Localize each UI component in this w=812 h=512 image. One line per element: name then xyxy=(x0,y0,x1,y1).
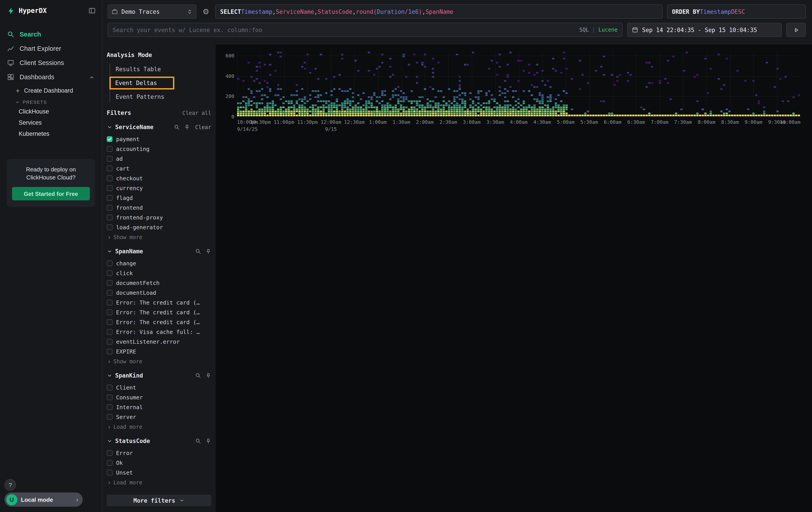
checkbox[interactable] xyxy=(107,404,113,410)
checkbox[interactable] xyxy=(107,299,113,305)
sidebar-item-clickhouse[interactable]: ClickHouse xyxy=(13,106,102,117)
sidebar-item-chart-explorer[interactable]: Chart Explorer xyxy=(0,42,102,56)
filter-group-header[interactable]: StatusCode xyxy=(107,438,211,444)
checkbox[interactable] xyxy=(107,348,113,354)
checkbox[interactable] xyxy=(107,156,113,161)
load-more-button[interactable]: Load more xyxy=(107,424,211,430)
facet-option-documentload[interactable]: documentLoad xyxy=(107,288,211,297)
facet-option-error-the-credit-card[interactable]: Error: The credit card (… xyxy=(107,297,211,307)
date-range-picker[interactable]: Sep 14 22:04:35 - Sep 15 10:04:35 xyxy=(627,23,782,37)
show-more-button[interactable]: Show more xyxy=(107,234,211,240)
help-button[interactable]: ? xyxy=(4,479,16,491)
checkbox[interactable] xyxy=(107,175,113,181)
facet-option-error[interactable]: Error xyxy=(107,448,211,458)
facet-option-client[interactable]: Client xyxy=(107,382,211,392)
language-lucene-option[interactable]: Lucene xyxy=(598,27,618,33)
create-dashboard-button[interactable]: Create Dashboard xyxy=(13,85,102,96)
facet-option-frontend[interactable]: frontend xyxy=(107,203,211,212)
checkbox[interactable] xyxy=(107,214,113,220)
checkbox[interactable] xyxy=(107,165,113,171)
brand-name[interactable]: HyperDX xyxy=(19,7,85,15)
checkbox[interactable] xyxy=(107,185,113,191)
analysis-mode-results-table[interactable]: Results Table xyxy=(110,64,211,75)
presets-section-toggle[interactable]: PRESETS xyxy=(13,96,102,106)
pin-icon[interactable] xyxy=(184,124,190,130)
facet-option-error-the-credit-card[interactable]: Error: The credit card (… xyxy=(107,307,211,317)
facet-option-checkout[interactable]: checkout xyxy=(107,173,211,183)
chevron-down-icon[interactable] xyxy=(107,248,113,254)
search-input[interactable] xyxy=(113,26,576,33)
facet-option-load-generator[interactable]: load-generator xyxy=(107,222,211,232)
filter-group-header[interactable]: SpanKind xyxy=(107,372,211,379)
user-menu[interactable]: U Local mode › xyxy=(4,492,83,507)
facet-option-ok[interactable]: Ok xyxy=(107,458,211,467)
checkbox[interactable] xyxy=(107,146,113,152)
facet-option-internal[interactable]: Internal xyxy=(107,402,211,412)
facet-clear-button[interactable]: Clear xyxy=(195,124,211,130)
sidebar-item-client-sessions[interactable]: Client Sessions xyxy=(0,56,102,70)
facet-option-payment[interactable]: payment xyxy=(107,134,211,144)
facet-option-accounting[interactable]: accounting xyxy=(107,144,211,154)
facet-option-eventlistener-error[interactable]: eventListener.error xyxy=(107,336,211,346)
facet-search-icon[interactable] xyxy=(195,373,201,378)
checkbox[interactable] xyxy=(107,260,113,266)
facet-option-change[interactable]: change xyxy=(107,258,211,268)
facet-option-flagd[interactable]: flagd xyxy=(107,193,211,203)
checkbox[interactable] xyxy=(107,280,113,286)
checkbox[interactable] xyxy=(107,450,113,456)
facet-option-error-the-credit-card[interactable]: Error: The credit card (… xyxy=(107,317,211,327)
run-query-button[interactable] xyxy=(786,23,806,37)
checkbox[interactable] xyxy=(107,384,113,390)
analysis-mode-event-deltas[interactable]: Event Deltas xyxy=(109,77,174,89)
filter-group-header[interactable]: ServiceNameClear xyxy=(107,124,211,131)
facet-search-icon[interactable] xyxy=(195,438,201,444)
checkbox[interactable] xyxy=(107,205,113,210)
checkbox[interactable] xyxy=(107,195,113,200)
pin-icon[interactable] xyxy=(205,438,211,444)
facet-option-consumer[interactable]: Consumer xyxy=(107,392,211,402)
get-started-button[interactable]: Get Started for Free xyxy=(12,187,90,200)
facet-option-documentfetch[interactable]: documentFetch xyxy=(107,278,211,288)
checkbox[interactable] xyxy=(107,339,113,344)
checkbox[interactable] xyxy=(107,329,113,334)
chevron-up-icon[interactable] xyxy=(89,74,95,80)
facet-search-icon[interactable] xyxy=(195,248,201,254)
facet-option-unset[interactable]: Unset xyxy=(107,467,211,477)
facet-option-currency[interactable]: currency xyxy=(107,183,211,193)
checkbox[interactable] xyxy=(107,319,113,325)
more-filters-button[interactable]: More filters xyxy=(107,495,211,506)
facet-option-cart[interactable]: cart xyxy=(107,163,211,173)
analysis-mode-event-patterns[interactable]: Event Patterns xyxy=(110,91,211,102)
source-select[interactable]: Demo Traces xyxy=(108,4,197,19)
facet-option-server[interactable]: Server xyxy=(107,412,211,422)
checkbox[interactable] xyxy=(107,414,113,420)
checkbox[interactable] xyxy=(107,309,113,315)
chevron-down-icon[interactable] xyxy=(107,373,113,378)
sidebar-item-dashboards[interactable]: Dashboards xyxy=(0,70,102,84)
sidebar-item-kubernetes[interactable]: Kubernetes xyxy=(13,128,102,139)
facet-option-frontend-proxy[interactable]: frontend-proxy xyxy=(107,212,211,222)
checkbox[interactable] xyxy=(107,290,113,295)
facet-option-ad[interactable]: ad xyxy=(107,154,211,163)
filter-group-header[interactable]: SpanName xyxy=(107,248,211,255)
facet-option-click[interactable]: click xyxy=(107,268,211,278)
checkbox[interactable] xyxy=(107,270,113,276)
checkbox[interactable] xyxy=(107,394,113,400)
chevron-down-icon[interactable] xyxy=(107,438,113,444)
load-more-button[interactable]: Load more xyxy=(107,480,211,486)
checkbox[interactable] xyxy=(107,460,113,465)
pin-icon[interactable] xyxy=(205,373,211,378)
sidebar-item-services[interactable]: Services xyxy=(13,117,102,128)
facet-option-error-visa-cache-full[interactable]: Error: Visa cache full: … xyxy=(107,327,211,336)
show-more-button[interactable]: Show more xyxy=(107,358,211,365)
facet-option-expire[interactable]: EXPIRE xyxy=(107,346,211,356)
language-sql-option[interactable]: SQL xyxy=(579,27,589,33)
gear-icon[interactable]: ⚙ xyxy=(201,7,211,16)
heatmap-canvas[interactable] xyxy=(237,52,801,117)
checkbox[interactable] xyxy=(107,136,113,142)
pin-icon[interactable] xyxy=(205,248,211,254)
checkbox[interactable] xyxy=(107,469,113,475)
collapse-sidebar-icon[interactable] xyxy=(88,7,96,14)
order-by-editor[interactable]: ORDER BY Timestamp DESC xyxy=(667,4,806,19)
chevron-down-icon[interactable] xyxy=(107,124,113,130)
